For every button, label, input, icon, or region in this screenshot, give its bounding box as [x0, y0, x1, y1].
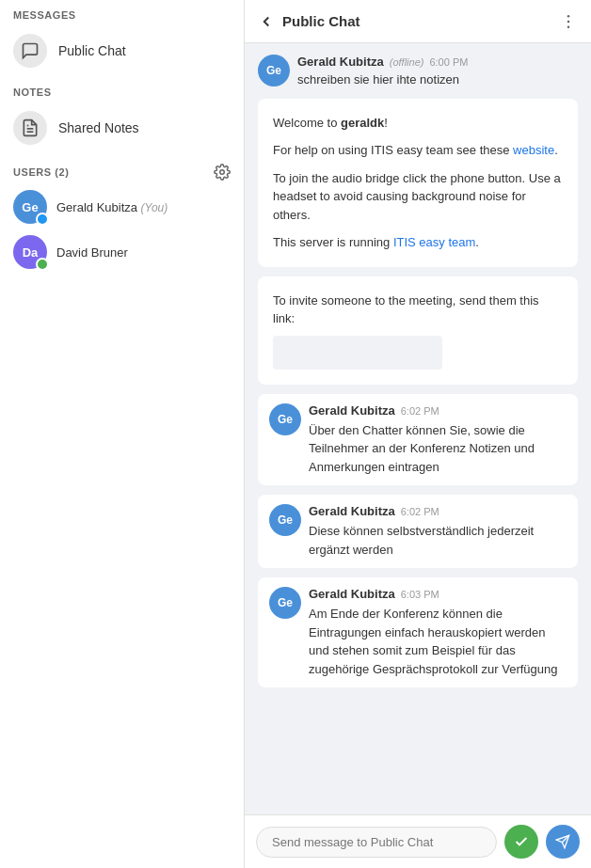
msg-meta-2: Gerald Kubitza 6:02 PM	[309, 504, 567, 518]
message-row-1: Ge Gerald Kubitza 6:02 PM Über den Chatt…	[258, 394, 578, 486]
user-item-david[interactable]: Da David Bruner	[0, 229, 244, 275]
users-settings-button[interactable]	[214, 164, 231, 181]
message-input[interactable]	[256, 827, 497, 858]
msg-meta-3: Gerald Kubitza 6:03 PM	[309, 587, 567, 601]
online-badge-david	[36, 258, 49, 271]
msg-avatar-2: Ge	[269, 504, 301, 536]
send-button[interactable]	[546, 825, 580, 859]
website-link[interactable]: website	[513, 143, 554, 157]
msg-time-2: 6:02 PM	[401, 506, 439, 517]
presenter-badge-gerald	[36, 213, 49, 226]
svg-point-4	[567, 20, 570, 23]
msg-meta-0: Gerald Kubitza (offline) 6:00 PM	[297, 55, 578, 69]
msg-text-3: Am Ende der Konferenz können die Eintrag…	[309, 605, 567, 678]
msg-time-3: 6:03 PM	[401, 589, 439, 600]
invite-card: To invite someone to the meeting, send t…	[258, 276, 578, 385]
public-chat-icon	[13, 34, 47, 68]
chat-header-title: Public Chat	[282, 13, 360, 29]
msg-author-3: Gerald Kubitza	[309, 587, 395, 601]
public-chat-label: Public Chat	[58, 43, 126, 58]
msg-offline-0: (offline)	[390, 56, 424, 68]
msg-meta-1: Gerald Kubitza 6:02 PM	[309, 403, 567, 418]
welcome-line1: Welcome to geraldk!	[273, 114, 563, 133]
welcome-line2: For help on using ITIS easy team see the…	[273, 141, 563, 160]
msg-content-1: Gerald Kubitza 6:02 PM Über den Chatter …	[309, 403, 567, 477]
back-button[interactable]	[258, 13, 275, 30]
msg-text-1: Über den Chatter können Sie, sowie die T…	[309, 421, 567, 477]
invite-text: To invite someone to the meeting, send t…	[273, 292, 563, 328]
msg-content-3: Gerald Kubitza 6:03 PM Am Ende der Konfe…	[309, 587, 567, 678]
msg-content-2: Gerald Kubitza 6:02 PM Diese können selb…	[309, 504, 567, 559]
msg-time-0: 6:00 PM	[429, 56, 468, 68]
msg-author-2: Gerald Kubitza	[309, 504, 395, 518]
notes-section-label: NOTES	[0, 77, 244, 102]
user-name-david: David Bruner	[56, 245, 128, 260]
message-row-2: Ge Gerald Kubitza 6:02 PM Diese können s…	[258, 495, 578, 568]
msg-time-1: 6:02 PM	[401, 405, 439, 417]
header-left: Public Chat	[258, 13, 360, 30]
messages-section-label: MESSAGES	[0, 0, 244, 24]
avatar-gerald: Ge	[13, 190, 47, 224]
shared-notes-icon	[13, 111, 47, 145]
message-row-0: Ge Gerald Kubitza (offline) 6:00 PM schr…	[258, 55, 578, 89]
msg-avatar-3: Ge	[269, 587, 301, 619]
svg-point-5	[567, 25, 570, 28]
user-item-gerald[interactable]: Ge Gerald Kubitza (You)	[0, 184, 244, 229]
svg-point-2	[220, 170, 225, 175]
message-row-3: Ge Gerald Kubitza 6:03 PM Am Ende der Ko…	[258, 577, 578, 687]
msg-content-0: Gerald Kubitza (offline) 6:00 PM schreib…	[297, 55, 578, 89]
msg-text-0: schreiben sie hier ihte notizen	[297, 71, 578, 89]
welcome-card: Welcome to geraldk! For help on using IT…	[258, 99, 578, 267]
chat-header: Public Chat	[245, 0, 591, 43]
users-section-label: USERS (2)	[13, 166, 69, 178]
input-area	[245, 814, 591, 868]
invite-link-box	[273, 336, 442, 370]
users-section-header: USERS (2)	[0, 154, 244, 184]
main-chat-area: Public Chat Ge Gerald Kubitza (offline) …	[245, 0, 591, 868]
msg-author-1: Gerald Kubitza	[309, 403, 395, 418]
welcome-line4: This server is running ITIS easy team.	[273, 233, 563, 252]
msg-text-2: Diese können selbstverständlich jederzei…	[309, 522, 567, 559]
messages-area: Ge Gerald Kubitza (offline) 6:00 PM schr…	[245, 43, 591, 814]
avatar-david: Da	[13, 235, 47, 269]
itis-link[interactable]: ITIS easy team	[393, 235, 475, 249]
sidebar-item-shared-notes[interactable]: Shared Notes	[0, 102, 244, 154]
msg-author-0: Gerald Kubitza	[297, 55, 384, 69]
more-options-button[interactable]	[559, 12, 578, 31]
sidebar-item-public-chat[interactable]: Public Chat	[0, 24, 244, 77]
confirm-send-button[interactable]	[504, 825, 538, 859]
sidebar: MESSAGES Public Chat NOTES Shared Notes …	[0, 0, 245, 868]
msg-avatar-0: Ge	[258, 55, 290, 87]
shared-notes-label: Shared Notes	[58, 120, 139, 135]
msg-avatar-1: Ge	[269, 403, 301, 435]
user-name-gerald: Gerald Kubitza (You)	[56, 200, 168, 214]
welcome-line3: To join the audio bridge click the phone…	[273, 169, 563, 225]
svg-point-3	[567, 14, 570, 16]
